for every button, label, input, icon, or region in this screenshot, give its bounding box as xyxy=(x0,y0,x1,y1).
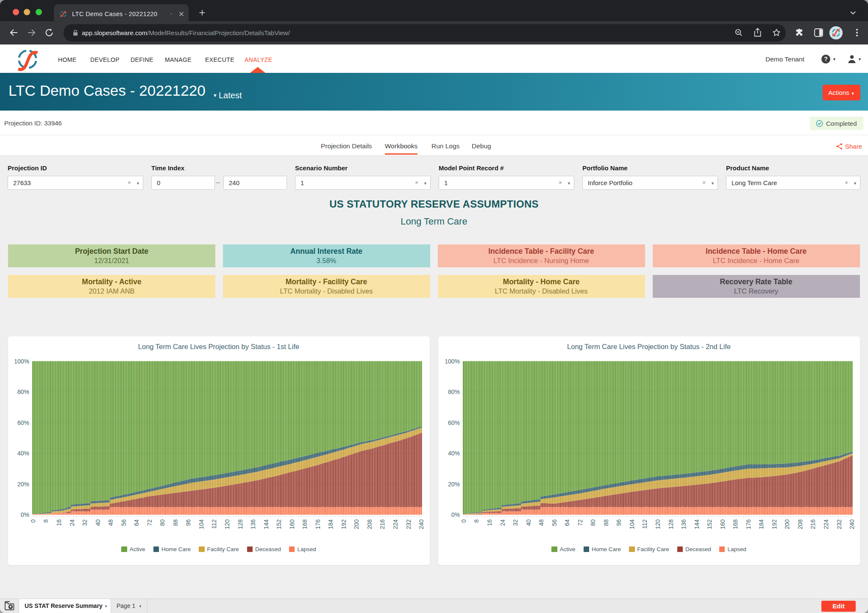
svg-text:192: 192 xyxy=(771,519,778,530)
svg-text:16: 16 xyxy=(486,519,493,526)
svg-text:152: 152 xyxy=(706,519,713,530)
svg-text:56: 56 xyxy=(120,519,127,526)
svg-text:0: 0 xyxy=(30,519,36,523)
svg-text:88: 88 xyxy=(603,519,609,526)
svg-text:80%: 80% xyxy=(448,388,460,395)
svg-text:8: 8 xyxy=(473,519,480,523)
svg-text:56: 56 xyxy=(551,519,558,526)
svg-text:32: 32 xyxy=(81,519,88,526)
svg-text:176: 176 xyxy=(745,519,752,530)
svg-text:0: 0 xyxy=(460,519,467,523)
svg-text:0%: 0% xyxy=(451,511,460,518)
svg-text:60%: 60% xyxy=(17,419,29,426)
svg-text:144: 144 xyxy=(263,519,270,530)
svg-text:232: 232 xyxy=(405,519,412,530)
svg-text:80: 80 xyxy=(159,519,166,526)
svg-text:160: 160 xyxy=(289,519,295,530)
svg-text:72: 72 xyxy=(577,519,584,526)
svg-text:64: 64 xyxy=(133,519,140,526)
svg-text:104: 104 xyxy=(629,519,635,530)
svg-text:184: 184 xyxy=(327,519,334,530)
svg-text:200: 200 xyxy=(353,519,360,530)
svg-text:184: 184 xyxy=(758,519,765,530)
svg-text:60%: 60% xyxy=(448,419,460,426)
svg-text:48: 48 xyxy=(538,519,545,526)
svg-text:40%: 40% xyxy=(17,450,29,457)
svg-text:136: 136 xyxy=(250,519,256,530)
svg-text:72: 72 xyxy=(146,519,153,526)
svg-text:216: 216 xyxy=(379,519,386,530)
svg-text:20%: 20% xyxy=(17,481,29,488)
svg-text:88: 88 xyxy=(172,519,179,526)
svg-text:208: 208 xyxy=(797,519,804,530)
svg-text:80: 80 xyxy=(590,519,596,526)
svg-text:100%: 100% xyxy=(445,358,460,365)
svg-text:40: 40 xyxy=(525,519,532,526)
svg-text:0%: 0% xyxy=(21,511,29,518)
svg-text:152: 152 xyxy=(275,519,282,530)
svg-text:40%: 40% xyxy=(448,450,460,457)
svg-text:224: 224 xyxy=(823,519,829,530)
svg-text:20%: 20% xyxy=(448,481,460,488)
svg-text:208: 208 xyxy=(366,519,373,530)
svg-text:200: 200 xyxy=(784,519,790,530)
svg-text:32: 32 xyxy=(512,519,519,526)
svg-text:64: 64 xyxy=(564,519,570,526)
svg-text:120: 120 xyxy=(654,519,661,530)
svg-text:232: 232 xyxy=(836,519,843,530)
svg-text:48: 48 xyxy=(107,519,114,526)
svg-text:112: 112 xyxy=(641,519,648,529)
svg-text:96: 96 xyxy=(185,519,192,526)
svg-text:40: 40 xyxy=(95,519,101,526)
svg-text:96: 96 xyxy=(615,519,622,526)
svg-text:8: 8 xyxy=(42,519,49,523)
svg-text:100%: 100% xyxy=(14,358,29,365)
svg-text:144: 144 xyxy=(693,519,700,530)
svg-text:224: 224 xyxy=(392,519,399,530)
svg-text:112: 112 xyxy=(211,519,217,529)
svg-text:216: 216 xyxy=(810,519,816,530)
svg-text:160: 160 xyxy=(719,519,726,530)
svg-text:240: 240 xyxy=(849,519,855,530)
svg-text:104: 104 xyxy=(198,519,205,530)
svg-text:168: 168 xyxy=(732,519,739,530)
svg-text:24: 24 xyxy=(499,519,506,526)
svg-text:128: 128 xyxy=(237,519,244,530)
svg-text:80%: 80% xyxy=(17,388,29,395)
svg-text:136: 136 xyxy=(680,519,687,530)
svg-text:192: 192 xyxy=(340,519,347,530)
svg-text:24: 24 xyxy=(69,519,75,526)
svg-text:128: 128 xyxy=(668,519,674,530)
svg-text:168: 168 xyxy=(301,519,308,530)
svg-text:120: 120 xyxy=(224,519,231,530)
svg-text:240: 240 xyxy=(418,519,425,530)
svg-text:16: 16 xyxy=(56,519,62,526)
svg-text:176: 176 xyxy=(314,519,321,530)
